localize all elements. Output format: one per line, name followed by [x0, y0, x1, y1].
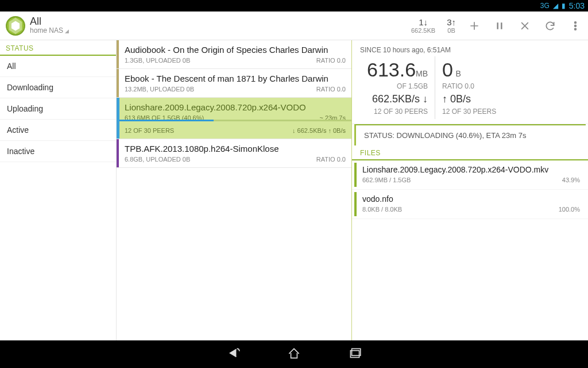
network-indicator: 3G — [540, 2, 550, 10]
pause-button[interactable] — [487, 12, 512, 40]
svg-point-2 — [575, 28, 577, 30]
download-stat: 1↓ 662.5KB — [411, 17, 435, 34]
svg-point-1 — [575, 25, 577, 26]
sidebar-item-downloading[interactable]: Downloading — [0, 77, 116, 98]
detail-status-line: STATUS: DOWNLOADING (40.6%), ETA 23m 7s — [354, 124, 586, 145]
torrent-ratio: RATIO 0.0 — [316, 57, 346, 64]
app-icon[interactable] — [6, 16, 25, 36]
signal-icon: ◢ — [553, 2, 558, 10]
torrent-list: Audiobook - On the Origin of Species Cha… — [117, 40, 352, 340]
files-heading: FILES — [352, 145, 588, 160]
file-pct: 100.0% — [559, 206, 580, 213]
file-size: 662.9MB / 1.5GB — [362, 177, 411, 183]
android-nav-bar — [0, 340, 588, 368]
sidebar: STATUS AllDownloadingUploadingActiveInac… — [0, 40, 117, 340]
status-color-bar — [117, 98, 119, 139]
sidebar-item-uploading[interactable]: Uploading — [0, 98, 116, 120]
file-size: 8.0KB / 8.0KB — [362, 206, 402, 213]
home-button[interactable] — [287, 346, 301, 363]
status-color-bar — [117, 69, 119, 97]
detail-upload-block: 0 B RATIO 0.0 ↑ 0B/s 12 OF 30 PEERS — [435, 56, 503, 119]
android-status-bar: 3G ◢ ▮ 5:03 — [0, 0, 588, 12]
action-bar: All home NAS 1↓ 662.5KB 3↑ 0B — [0, 12, 588, 40]
torrent-row[interactable]: TPB.AFK.2013.1080p.h264-SimonKlose6.8GB,… — [117, 139, 351, 168]
status-color-bar — [117, 40, 119, 68]
torrent-meta: 1.3GB, UPLOADED 0B — [125, 57, 190, 64]
sidebar-item-inactive[interactable]: Inactive — [0, 141, 116, 162]
torrent-name: Audiobook - On the Origin of Species Cha… — [125, 45, 346, 55]
progress-track — [119, 120, 351, 121]
file-pct: 43.9% — [562, 177, 580, 183]
sidebar-heading: STATUS — [0, 40, 116, 56]
upload-stat: 3↑ 0B — [447, 17, 456, 34]
remove-button[interactable] — [512, 12, 537, 40]
filter-subtitle: home NAS — [30, 26, 69, 35]
torrent-row[interactable]: Lionshare.2009.Legacy.2008.720p.x264-VOD… — [117, 98, 351, 139]
torrent-peers: 12 OF 30 PEERS — [125, 127, 174, 134]
file-row[interactable]: vodo.nfo8.0KB / 8.0KB100.0% — [352, 190, 588, 219]
sidebar-item-active[interactable]: Active — [0, 120, 116, 141]
file-color-bar — [354, 192, 357, 216]
status-color-bar — [117, 139, 119, 167]
progress-fill — [119, 120, 214, 121]
refresh-button[interactable] — [537, 12, 563, 40]
filter-title: All — [30, 16, 69, 26]
file-name: Lionshare.2009.Legacy.2008.720p.x264-VOD… — [362, 165, 580, 174]
detail-download-block: 613.6MB OF 1.5GB 662.5KB/s ↓ 12 OF 30 PE… — [360, 56, 435, 119]
filter-spinner[interactable]: All home NAS — [30, 16, 69, 35]
torrent-row[interactable]: Audiobook - On the Origin of Species Cha… — [117, 40, 351, 69]
torrent-name: Lionshare.2009.Legacy.2008.720p.x264-VOD… — [125, 102, 346, 112]
detail-since: SINCE 10 hours ago, 6:51AM — [352, 40, 588, 56]
detail-pane: SINCE 10 hours ago, 6:51AM 613.6MB OF 1.… — [352, 40, 588, 340]
svg-point-0 — [575, 21, 577, 23]
torrent-name: Ebook - The Descent of man 1871 by Charl… — [125, 74, 346, 83]
torrent-ratio: RATIO 0.0 — [316, 86, 346, 93]
overflow-button[interactable] — [563, 12, 588, 40]
file-row[interactable]: Lionshare.2009.Legacy.2008.720p.x264-VOD… — [352, 160, 588, 190]
torrent-meta: 13.2MB, UPLOADED 0B — [125, 86, 194, 93]
file-color-bar — [354, 163, 357, 187]
add-button[interactable] — [462, 12, 487, 40]
torrent-name: TPB.AFK.2013.1080p.h264-SimonKlose — [125, 144, 346, 154]
sidebar-item-all[interactable]: All — [0, 56, 116, 77]
torrent-ratio: RATIO 0.0 — [316, 156, 346, 163]
battery-icon: ▮ — [562, 2, 566, 10]
torrent-meta: 6.8GB, UPLOADED 0B — [125, 156, 190, 163]
torrent-row[interactable]: Ebook - The Descent of man 1871 by Charl… — [117, 69, 351, 98]
file-name: vodo.nfo — [362, 194, 580, 204]
clock: 5:03 — [569, 1, 585, 10]
back-button[interactable] — [226, 346, 241, 363]
torrent-rates: ↓ 662.5KB/s ↑ 0B/s — [292, 127, 346, 134]
recent-apps-button[interactable] — [347, 346, 362, 363]
